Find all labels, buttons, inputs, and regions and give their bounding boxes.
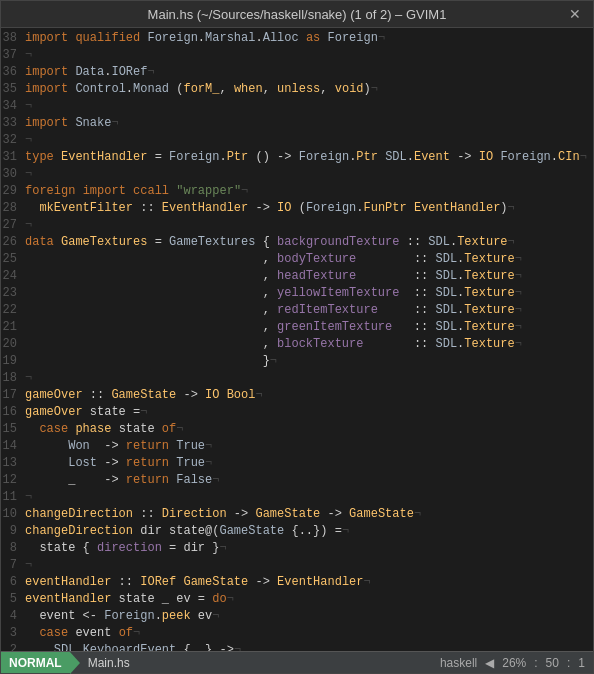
line-number: 7 — [1, 557, 25, 574]
status-col: : — [567, 656, 570, 670]
line-number: 19 — [1, 353, 25, 370]
code-line: ¬ — [25, 166, 587, 183]
code-line: ¬ — [25, 557, 587, 574]
line-number: 4 — [1, 608, 25, 625]
editor-area: 3837363534333231302928272625242322212019… — [1, 28, 593, 651]
code-line: ¬ — [25, 370, 587, 387]
line-number: 37 — [1, 47, 25, 64]
code-line: Lost -> return True¬ — [25, 455, 587, 472]
line-number: 25 — [1, 251, 25, 268]
status-line: 50 — [546, 656, 559, 670]
code-line: , greenItemTexture :: SDL.Texture¬ — [25, 319, 587, 336]
code-line: , yellowItemTexture :: SDL.Texture¬ — [25, 285, 587, 302]
line-number: 26 — [1, 234, 25, 251]
code-line: gameOver :: GameState -> IO Bool¬ — [25, 387, 587, 404]
code-line: case phase state of¬ — [25, 421, 587, 438]
code-line: SDL.KeyboardEvent {..} ->¬ — [25, 642, 587, 651]
titlebar: Main.hs (~/Sources/haskell/snake) (1 of … — [1, 1, 593, 28]
code-line: ¬ — [25, 489, 587, 506]
code-line: , bodyTexture :: SDL.Texture¬ — [25, 251, 587, 268]
code-line: changeDirection dir state@(GameState {..… — [25, 523, 587, 540]
line-number: 22 — [1, 302, 25, 319]
line-number: 18 — [1, 370, 25, 387]
line-number: 3 — [1, 625, 25, 642]
line-number: 23 — [1, 285, 25, 302]
code-line: , blockTexture :: SDL.Texture¬ — [25, 336, 587, 353]
vim-mode: NORMAL — [1, 652, 70, 673]
code-line: eventHandler state _ ev = do¬ — [25, 591, 587, 608]
line-number: 10 — [1, 506, 25, 523]
code-line: _ -> return False¬ — [25, 472, 587, 489]
window-title: Main.hs (~/Sources/haskell/snake) (1 of … — [29, 7, 565, 22]
line-number: 14 — [1, 438, 25, 455]
status-arrow — [70, 652, 80, 674]
code-line: import Snake¬ — [25, 115, 587, 132]
line-numbers: 3837363534333231302928272625242322212019… — [1, 28, 25, 651]
line-number: 31 — [1, 149, 25, 166]
status-separator: ◀ — [485, 656, 494, 670]
line-number: 32 — [1, 132, 25, 149]
status-separator2: : — [534, 656, 537, 670]
code-line: ¬ — [25, 217, 587, 234]
status-percent: 26% — [502, 656, 526, 670]
code-line: ¬ — [25, 132, 587, 149]
code-line: foreign import ccall "wrapper"¬ — [25, 183, 587, 200]
code-line: case event of¬ — [25, 625, 587, 642]
close-button[interactable]: ✕ — [565, 6, 585, 22]
line-number: 2 — [1, 642, 25, 651]
code-line: import Control.Monad (forM_, when, unles… — [25, 81, 587, 98]
line-number: 6 — [1, 574, 25, 591]
code-line: data GameTextures = GameTextures { backg… — [25, 234, 587, 251]
line-number: 17 — [1, 387, 25, 404]
line-number: 12 — [1, 472, 25, 489]
status-file: Main.hs — [80, 656, 138, 670]
line-number: 16 — [1, 404, 25, 421]
code-line: gameOver state =¬ — [25, 404, 587, 421]
main-window: Main.hs (~/Sources/haskell/snake) (1 of … — [0, 0, 594, 674]
status-language: haskell — [440, 656, 477, 670]
line-number: 24 — [1, 268, 25, 285]
line-number: 11 — [1, 489, 25, 506]
code-line: , redItemTexture :: SDL.Texture¬ — [25, 302, 587, 319]
code-line: }¬ — [25, 353, 587, 370]
status-col-num: 1 — [578, 656, 585, 670]
code-body[interactable]: import qualified Foreign.Marshal.Alloc a… — [25, 28, 587, 651]
code-line: mkEventFilter :: EventHandler -> IO (For… — [25, 200, 587, 217]
code-container: 3837363534333231302928272625242322212019… — [1, 28, 593, 651]
status-info: haskell ◀ 26% : 50 : 1 — [432, 656, 593, 670]
line-number: 38 — [1, 30, 25, 47]
line-number: 20 — [1, 336, 25, 353]
line-number: 15 — [1, 421, 25, 438]
code-line: Won -> return True¬ — [25, 438, 587, 455]
line-number: 33 — [1, 115, 25, 132]
line-number: 30 — [1, 166, 25, 183]
line-number: 27 — [1, 217, 25, 234]
line-number: 5 — [1, 591, 25, 608]
code-line: , headTexture :: SDL.Texture¬ — [25, 268, 587, 285]
code-line: type EventHandler = Foreign.Ptr () -> Fo… — [25, 149, 587, 166]
line-number: 13 — [1, 455, 25, 472]
line-number: 21 — [1, 319, 25, 336]
code-line: state { direction = dir }¬ — [25, 540, 587, 557]
line-number: 9 — [1, 523, 25, 540]
code-line: eventHandler :: IORef GameState -> Event… — [25, 574, 587, 591]
line-number: 34 — [1, 98, 25, 115]
line-number: 29 — [1, 183, 25, 200]
code-line: import qualified Foreign.Marshal.Alloc a… — [25, 30, 587, 47]
line-number: 35 — [1, 81, 25, 98]
line-number: 28 — [1, 200, 25, 217]
code-line: ¬ — [25, 47, 587, 64]
code-line: ¬ — [25, 98, 587, 115]
code-line: changeDirection :: Direction -> GameStat… — [25, 506, 587, 523]
statusbar: NORMAL Main.hs haskell ◀ 26% : 50 : 1 — [1, 651, 593, 673]
code-line: import Data.IORef¬ — [25, 64, 587, 81]
line-number: 36 — [1, 64, 25, 81]
line-number: 8 — [1, 540, 25, 557]
code-line: event <- Foreign.peek ev¬ — [25, 608, 587, 625]
